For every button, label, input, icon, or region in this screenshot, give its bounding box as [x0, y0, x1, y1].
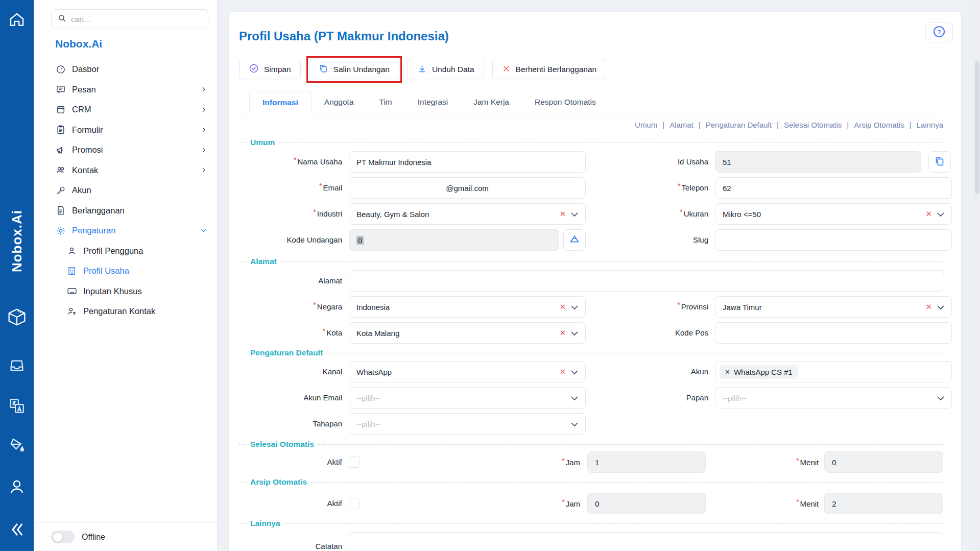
- search-input[interactable]: [71, 15, 202, 24]
- kode-pos-input[interactable]: [715, 322, 952, 344]
- tab-integrasi[interactable]: Integrasi: [405, 91, 461, 113]
- anchor-lainnya[interactable]: Lainnya: [916, 121, 943, 131]
- tab-anggota[interactable]: Anggota: [312, 91, 367, 113]
- field-label: *Menit: [706, 458, 819, 467]
- alamat-input[interactable]: [349, 270, 944, 292]
- building-icon: [66, 266, 77, 276]
- anchor-alamat[interactable]: Alamat: [670, 121, 694, 131]
- negara-select[interactable]: Indonesia ✕: [349, 296, 586, 318]
- sidebar-search[interactable]: [51, 9, 208, 29]
- tab-respon-otomatis[interactable]: Respon Otomatis: [522, 91, 609, 113]
- key-icon: [55, 185, 66, 196]
- clear-icon[interactable]: ✕: [559, 367, 566, 376]
- field-label: *Ukuran: [592, 203, 708, 225]
- translate-icon[interactable]: [0, 397, 34, 415]
- kota-select[interactable]: Kota Malang ✕: [349, 322, 586, 344]
- chevron-right-icon: [201, 167, 207, 173]
- sidebar-item-profil-pengguna[interactable]: Profil Pengguna: [34, 241, 217, 261]
- nama-usaha-input[interactable]: [349, 151, 586, 173]
- unduh-data-button[interactable]: Unduh Data: [408, 59, 484, 80]
- copy-id-button[interactable]: [928, 151, 951, 173]
- sidebar-item-formulir[interactable]: Formulir: [34, 120, 217, 140]
- sidebar-item-inputan-khusus[interactable]: Inputan Khusus: [34, 281, 217, 302]
- rail-brand-vertical: Nobox.Ai: [0, 179, 34, 304]
- anchor-pengaturan-default[interactable]: Pengaturan Default: [706, 121, 772, 131]
- berhenti-berlangganan-button[interactable]: Berhenti Berlangganan: [492, 59, 607, 80]
- regenerate-code-button[interactable]: [563, 229, 586, 251]
- sidebar-item-pengaturan-kontak[interactable]: Pengaturan Kontak: [34, 301, 217, 322]
- chevron-right-icon: [201, 127, 207, 133]
- sidebar-item-promosi[interactable]: Promosi: [34, 140, 217, 160]
- tahapan-select[interactable]: --pilih--: [349, 413, 586, 435]
- nobox-logo-icon: [0, 305, 34, 329]
- anchor-umum[interactable]: Umum: [635, 121, 657, 131]
- field-label: Akun Email: [239, 387, 342, 409]
- ukuran-select[interactable]: Mikro <=50 ✕: [715, 203, 952, 225]
- help-button[interactable]: ?: [925, 22, 953, 42]
- anchor-selesai-otomatis[interactable]: Selesai Otomatis: [784, 121, 842, 131]
- sidebar-item-berlangganan[interactable]: Berlangganan: [34, 201, 217, 221]
- industri-select[interactable]: Beauty, Gym & Salon ✕: [349, 203, 586, 225]
- slug-input[interactable]: [715, 229, 952, 251]
- field-label: Aktif: [239, 493, 342, 514]
- chevron-right-icon: [201, 86, 207, 92]
- gear-icon: [55, 225, 66, 236]
- email-input[interactable]: [349, 177, 586, 199]
- user-icon[interactable]: [0, 476, 34, 497]
- clear-icon[interactable]: ✕: [559, 209, 566, 219]
- sidebar-item-profil-usaha[interactable]: Profil Usaha: [34, 261, 217, 281]
- telepon-input[interactable]: [715, 177, 952, 199]
- collapse-sidebar-icon[interactable]: [0, 520, 34, 539]
- keyboard-icon: [66, 286, 77, 297]
- scrollbar-thumb[interactable]: [975, 61, 979, 194]
- chip-remove-icon[interactable]: ✕: [725, 368, 730, 376]
- copy-icon: [934, 156, 945, 169]
- clear-icon[interactable]: ✕: [559, 302, 566, 312]
- tab-informasi[interactable]: Informasi: [249, 91, 312, 113]
- arsip-aktif-checkbox[interactable]: [349, 498, 360, 509]
- papan-select[interactable]: --pilih--: [715, 387, 952, 409]
- sidebar-item-dasbor[interactable]: Dasbor: [34, 59, 217, 80]
- clear-icon[interactable]: ✕: [559, 328, 566, 338]
- simpan-button[interactable]: Simpan: [239, 59, 301, 80]
- sidebar-menu: Dasbor Pesan CRM Formulir Promosi Kontak: [34, 59, 217, 322]
- offline-toggle[interactable]: [51, 531, 75, 543]
- field-label: *Jam: [360, 458, 580, 467]
- clear-icon[interactable]: ✕: [925, 209, 932, 219]
- field-label: *Industri: [239, 203, 342, 225]
- sidebar-item-pesan[interactable]: Pesan: [34, 80, 217, 100]
- chevron-down-icon: [937, 210, 944, 219]
- recycle-icon: [569, 234, 580, 247]
- clear-icon[interactable]: ✕: [925, 302, 932, 312]
- annotation-highlight: Salin Undangan: [309, 59, 399, 80]
- kanal-select[interactable]: WhatsApp ✕: [349, 361, 586, 382]
- help-icon: ?: [933, 25, 946, 40]
- chevron-down-icon: [937, 394, 944, 402]
- page-scrollbar: [974, 0, 980, 551]
- page-title: Profil Usaha (PT Makmur Indonesia): [239, 28, 943, 44]
- sidebar-item-akun[interactable]: Akun: [34, 180, 217, 201]
- sidebar-item-kontak[interactable]: Kontak: [34, 160, 217, 181]
- salin-undangan-button[interactable]: Salin Undangan: [309, 59, 399, 80]
- anchor-arsip-otomatis[interactable]: Arsip Otomatis: [854, 121, 904, 131]
- toolbar: Simpan Salin Undangan Unduh Data Berhent…: [239, 59, 943, 80]
- section-header-selesai-otomatis: Selesai Otomatis: [239, 440, 943, 449]
- tab-jam-kerja[interactable]: Jam Kerja: [461, 91, 522, 113]
- section-header-arsip-otomatis: Arsip Otomatis: [239, 477, 943, 487]
- dashboard-icon: [55, 64, 66, 75]
- akun-email-select[interactable]: --pilih--: [349, 387, 586, 409]
- akun-multiselect[interactable]: ✕WhatsApp CS #1: [715, 361, 952, 382]
- selesai-aktif-checkbox[interactable]: [349, 457, 360, 468]
- field-label: Kode Pos: [592, 322, 708, 344]
- sidebar-item-crm[interactable]: CRM: [34, 100, 217, 120]
- provinsi-select[interactable]: Jawa Timur ✕: [715, 296, 952, 318]
- home-icon[interactable]: [0, 11, 34, 29]
- inbox-tray-icon[interactable]: [0, 357, 34, 374]
- tab-bar: Informasi Anggota Tim Integrasi Jam Kerj…: [239, 91, 943, 113]
- sidebar-item-pengaturan[interactable]: Pengaturan: [34, 221, 217, 241]
- chevron-down-icon: [200, 227, 207, 234]
- catatan-textarea[interactable]: [349, 532, 944, 551]
- tab-tim[interactable]: Tim: [367, 91, 405, 113]
- chevron-down-icon: [571, 394, 578, 402]
- paint-bucket-icon[interactable]: [0, 437, 34, 454]
